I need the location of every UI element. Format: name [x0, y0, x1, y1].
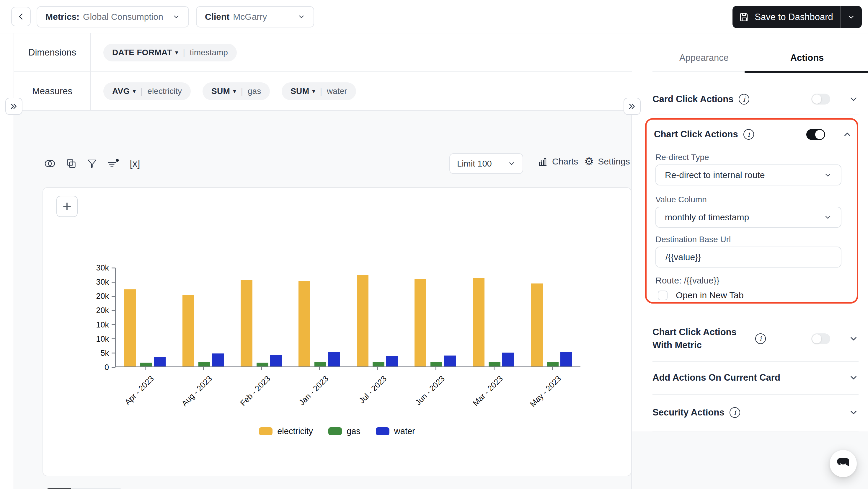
x-axis-label: Apr - 2023 [123, 374, 156, 407]
bar-electricity[interactable] [299, 281, 310, 366]
client-label: Client [205, 12, 229, 22]
chevron-down-icon[interactable] [848, 373, 859, 383]
bar-gas[interactable] [547, 362, 559, 366]
measure-chip-gas[interactable]: SUM ▾ | gas [203, 82, 270, 100]
y-axis-tick [112, 282, 116, 283]
legend-swatch [328, 427, 342, 435]
dimensions-label: Dimensions [14, 33, 91, 71]
bar-group[interactable] [348, 268, 407, 366]
settings-label: Settings [598, 156, 630, 166]
caret-down-icon: ▾ [175, 49, 178, 56]
bar-gas[interactable] [373, 362, 384, 366]
save-options-caret[interactable] [841, 13, 862, 21]
bar-group[interactable] [522, 268, 581, 366]
legend-item-electricity[interactable]: electricity [259, 426, 313, 436]
legend-swatch [376, 427, 390, 435]
bar-gas[interactable] [489, 362, 500, 366]
chart-click-actions-metric-toggle[interactable] [811, 333, 830, 344]
add-actions-row[interactable]: Add Actions On Current Card [652, 361, 859, 394]
y-axis-label: 30k [96, 264, 109, 272]
info-icon[interactable]: i [755, 333, 766, 344]
chevron-down-icon[interactable] [848, 334, 859, 344]
bar-electricity[interactable] [414, 279, 426, 366]
y-axis-tick [112, 310, 116, 311]
bar-groups [116, 268, 581, 366]
bar-group[interactable] [290, 268, 348, 366]
bar-group[interactable] [116, 268, 174, 366]
bar-water[interactable] [560, 352, 572, 366]
measure-chip-electricity[interactable]: AVG ▾ | electricity [103, 82, 191, 100]
redirect-type-select[interactable]: Re-direct to internal route [655, 164, 841, 185]
client-dropdown[interactable]: Client McGarry [196, 6, 314, 27]
bar-electricity[interactable] [356, 275, 368, 366]
info-icon[interactable]: i [730, 407, 740, 418]
bar-group[interactable] [174, 268, 232, 366]
bar-electricity[interactable] [531, 283, 542, 366]
save-to-dashboard-button[interactable]: Save to Dashboard [733, 6, 862, 28]
chart-card: + 05k10k10k20k20k30k30kApr - 2023Aug - 2… [42, 187, 631, 476]
dimension-chip-timestamp[interactable]: DATE FORMAT ▾ | timestamp [103, 44, 237, 61]
chevron-down-icon[interactable] [848, 94, 859, 104]
panel-tabs: Appearance Actions [652, 44, 859, 72]
join-venn-icon[interactable] [42, 156, 57, 171]
tab-actions[interactable]: Actions [755, 44, 859, 71]
info-icon[interactable]: i [739, 94, 749, 104]
sort-icon[interactable] [105, 156, 120, 171]
bar-water[interactable] [386, 356, 398, 366]
charts-button[interactable]: Charts [537, 156, 578, 167]
bar-water[interactable] [328, 352, 340, 366]
expand-right-panel-button[interactable] [624, 98, 641, 115]
metrics-dropdown[interactable]: Metrics: Global Consumption [37, 6, 189, 27]
bar-gas[interactable] [198, 362, 210, 366]
open-new-tab-checkbox[interactable] [658, 291, 668, 300]
bar-gas[interactable] [256, 363, 268, 366]
bar-water[interactable] [502, 353, 514, 366]
bar-electricity[interactable] [182, 295, 194, 366]
bar-water[interactable] [444, 356, 456, 366]
measures-row: Measures AVG ▾ | electricity SUM ▾ | gas… [14, 72, 632, 111]
bar-water[interactable] [154, 357, 166, 366]
double-chevron-right-icon [9, 102, 18, 111]
chevron-left-icon [17, 12, 25, 21]
tab-appearance[interactable]: Appearance [652, 44, 755, 71]
destination-base-url-input[interactable] [655, 247, 841, 268]
bar-gas[interactable] [140, 363, 152, 366]
bar-gas[interactable] [314, 362, 326, 366]
chip-aggregation: AVG [112, 87, 130, 96]
duplicate-icon[interactable] [63, 156, 78, 171]
variable-icon[interactable]: [x] [128, 156, 142, 171]
bar-water[interactable] [270, 355, 282, 366]
y-axis-tick [112, 268, 116, 268]
legend-item-gas[interactable]: gas [328, 426, 361, 436]
info-icon[interactable]: i [743, 129, 754, 140]
limit-dropdown[interactable]: Limit 100 [450, 153, 523, 174]
chart-click-actions-toggle[interactable] [806, 129, 825, 140]
chevron-down-icon[interactable] [848, 407, 859, 418]
back-button[interactable] [11, 7, 31, 26]
zoom-in-button[interactable]: + [56, 196, 78, 217]
settings-button[interactable]: ⚙ Settings [584, 156, 630, 167]
bar-gas[interactable] [430, 362, 442, 366]
bar-group[interactable] [232, 268, 290, 366]
value-column-select[interactable]: monthly of timestamp [655, 207, 841, 228]
chart-click-actions-header: Chart Click Actions i [654, 128, 852, 141]
expand-left-panel-button[interactable] [5, 98, 23, 115]
legend-item-water[interactable]: water [376, 426, 415, 436]
chat-support-button[interactable] [830, 450, 857, 477]
measure-chip-water[interactable]: SUM ▾ | water [282, 82, 356, 100]
bar-water[interactable] [212, 354, 224, 366]
bar-group[interactable] [406, 268, 464, 366]
filter-icon[interactable] [85, 156, 99, 171]
x-axis-tick [435, 366, 436, 370]
bar-group[interactable] [464, 268, 523, 366]
metrics-label: Metrics: [45, 12, 80, 22]
bar-electricity[interactable] [241, 280, 252, 366]
x-axis-label: May - 2023 [528, 374, 563, 409]
chevron-up-icon[interactable] [842, 129, 852, 140]
card-click-actions-toggle[interactable] [811, 94, 830, 104]
bar-electricity[interactable] [473, 278, 485, 366]
bar-electricity[interactable] [124, 289, 136, 366]
security-actions-row[interactable]: Security Actions i [652, 394, 859, 431]
main-content: Dimensions DATE FORMAT ▾ | timestamp Mea… [13, 33, 632, 489]
chart-click-actions-section: Chart Click Actions i Re-direct Type Re-… [645, 118, 858, 304]
